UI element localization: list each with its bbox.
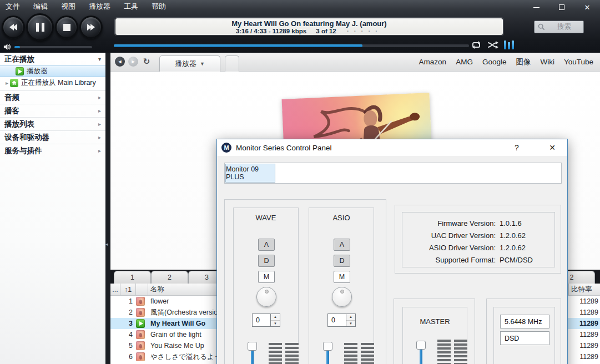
previous-button[interactable] — [2, 16, 25, 39]
close-button[interactable]: ✕ — [574, 0, 600, 14]
row-number: 6 — [110, 353, 136, 361]
dialog-help-button[interactable]: ? — [508, 139, 525, 156]
spinner-down-icon[interactable]: ▼ — [271, 320, 280, 327]
volume-slider[interactable] — [14, 46, 92, 48]
playlist-tab-1[interactable]: 1 — [114, 271, 151, 284]
view-tab-player[interactable]: 播放器 ▼ — [159, 55, 220, 72]
pause-button[interactable] — [26, 13, 54, 41]
rating-dots[interactable]: ····· — [347, 28, 382, 34]
wave-m-button[interactable]: M — [258, 271, 275, 283]
asio-m-button[interactable]: M — [334, 271, 350, 283]
row-icon — [136, 330, 148, 339]
pause-icon — [36, 23, 44, 32]
wave-a-button[interactable]: A — [258, 239, 275, 251]
asio-balance-knob[interactable] — [332, 287, 352, 307]
sidebar-category-playlists[interactable]: 播放列表 ▸ — [0, 117, 105, 130]
sidebar-splitter[interactable]: ◂ — [105, 53, 110, 364]
equalizer-icon[interactable] — [504, 41, 514, 49]
link-images[interactable]: 图像 — [516, 57, 531, 67]
wave-gain-spinner[interactable]: 0 ▲▼ — [252, 314, 280, 327]
slider-handle[interactable] — [248, 342, 257, 351]
next-button[interactable] — [79, 16, 103, 39]
link-amg[interactable]: AMG — [456, 58, 473, 66]
sidebar-category-services[interactable]: 服务与插件 ▸ — [0, 144, 105, 157]
row-icon — [136, 341, 148, 350]
slider-handle[interactable] — [416, 341, 426, 350]
column-header-more[interactable]: ... — [110, 284, 120, 295]
spinner-value[interactable]: 0 — [327, 314, 346, 327]
sidebar-category-audio[interactable]: 音频 ▸ — [0, 90, 105, 104]
menu-view[interactable]: 视图 — [61, 2, 75, 12]
track-bitrate: 11289 — [569, 353, 600, 361]
window-controls: ✕ — [523, 0, 600, 14]
album-thumbnail — [136, 330, 145, 339]
column-header-sort[interactable]: ↑1 — [120, 284, 136, 295]
category-label: 音频 — [4, 93, 19, 103]
dialog-titlebar[interactable]: M Monitor Series Control Panel ? ✕ — [217, 139, 567, 156]
link-amazon[interactable]: Amazon — [419, 58, 447, 66]
collapse-arrow-icon[interactable]: ◂ — [105, 241, 108, 247]
row-number: 2 — [110, 309, 136, 316]
speaker-icon[interactable] — [3, 43, 11, 50]
playlist-tab-2[interactable]: 2 — [151, 271, 188, 284]
menu-player[interactable]: 播放器 — [89, 2, 110, 12]
sample-rate-box: 5.6448 MHz DSD — [493, 307, 555, 364]
spinner-value[interactable]: 0 — [252, 314, 271, 327]
now-playing-display[interactable]: My Heart Will Go On featuring May J. (am… — [115, 18, 503, 36]
link-youtube[interactable]: YouTube — [564, 58, 593, 66]
menu-tools[interactable]: 工具 — [124, 2, 138, 12]
back-button[interactable]: ◄ — [115, 57, 125, 67]
device-tab-strip: Monitor 09 PLUS — [224, 163, 562, 184]
menu-help[interactable]: 帮助 — [152, 2, 166, 12]
stop-button[interactable] — [55, 16, 78, 39]
asio-a-button[interactable]: A — [334, 239, 350, 251]
sidebar-item-playing-from-library[interactable]: ▸ 正在播放从 Main Library — [0, 77, 105, 89]
sidebar-item-label: 播放器 — [27, 67, 48, 76]
volume-fill — [14, 46, 20, 48]
sidebar-category-podcasts[interactable]: 播客 ▸ — [0, 104, 105, 117]
link-google[interactable]: Google — [482, 58, 507, 66]
spinner-up-icon[interactable]: ▲ — [346, 314, 355, 320]
monitor-logo-icon: M — [221, 143, 231, 153]
stop-icon — [63, 24, 70, 31]
view-tab-label: 播放器 — [175, 59, 196, 69]
album-thumbnail — [136, 297, 145, 306]
link-wiki[interactable]: Wiki — [540, 58, 554, 66]
fast-forward-icon — [90, 24, 95, 31]
minimize-button[interactable] — [523, 0, 549, 14]
column-header-thumbnail[interactable] — [136, 284, 148, 295]
info-label: UAC Driver Version: — [402, 231, 496, 240]
chevron-down-icon: ▼ — [200, 61, 205, 67]
wave-d-button[interactable]: D — [258, 255, 275, 267]
device-tab-monitor09plus[interactable]: Monitor 09 PLUS — [225, 164, 275, 183]
spinner-down-icon[interactable]: ▼ — [346, 320, 355, 327]
chevron-right-icon: ▸ — [98, 134, 101, 140]
forward-button[interactable]: ► — [128, 57, 138, 67]
album-thumbnail — [136, 352, 145, 361]
wave-balance-knob[interactable] — [256, 287, 276, 307]
search-box[interactable]: 搜索 — [534, 21, 584, 33]
seek-bar[interactable] — [114, 44, 469, 47]
browser-toolbar: ◄ ► ↻ 播放器 ▼ Amazon AMG Google 图像 Wiki Yo… — [110, 53, 600, 72]
shuffle-icon[interactable] — [487, 41, 498, 49]
spinner-arrows[interactable]: ▲▼ — [271, 314, 280, 327]
slider-handle[interactable] — [323, 342, 332, 351]
dialog-close-button[interactable]: ✕ — [543, 139, 562, 156]
maximize-button[interactable] — [549, 0, 574, 14]
column-header-bitrate[interactable]: 比特率 — [568, 284, 600, 295]
view-tab-blank[interactable] — [225, 55, 239, 72]
menu-file[interactable]: 文件 — [6, 2, 20, 12]
asio-d-button[interactable]: D — [334, 255, 350, 267]
repeat-icon[interactable] — [471, 41, 482, 49]
chevron-right-icon[interactable]: ▸ — [6, 80, 8, 86]
refresh-icon[interactable]: ↻ — [142, 57, 152, 67]
format-field: DSD — [500, 331, 549, 345]
sidebar-category-devices[interactable]: 设备和驱动器 ▸ — [0, 130, 105, 144]
sidebar-header-playing-now[interactable]: 正在播放 ▾ — [0, 53, 105, 65]
spinner-up-icon[interactable]: ▲ — [271, 314, 280, 320]
asio-gain-spinner[interactable]: 0 ▲▼ — [327, 314, 356, 327]
menu-edit[interactable]: 编辑 — [33, 2, 48, 12]
chevron-right-icon: ▸ — [98, 94, 101, 100]
sidebar-item-player[interactable]: 播放器 — [0, 65, 105, 77]
spinner-arrows[interactable]: ▲▼ — [346, 314, 356, 327]
